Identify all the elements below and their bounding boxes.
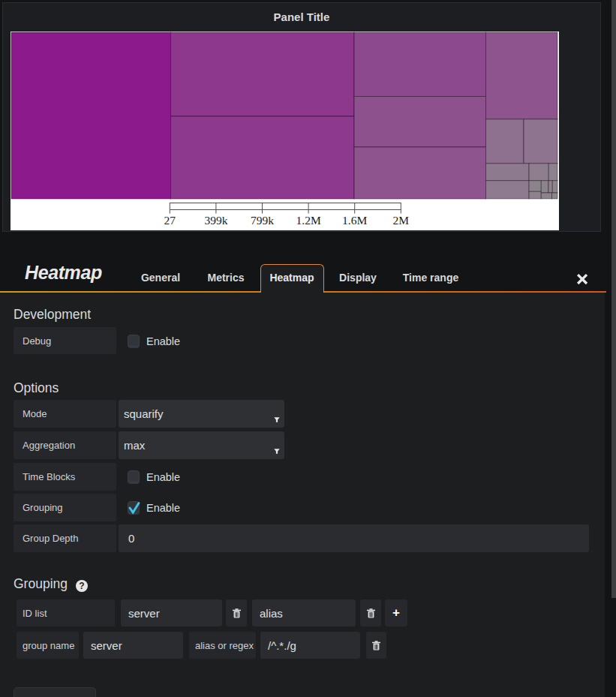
- svg-text:799k: 799k: [251, 214, 274, 227]
- svg-text:2M: 2M: [393, 214, 410, 227]
- svg-text:27: 27: [164, 214, 176, 227]
- svg-text:1.6M: 1.6M: [342, 214, 367, 227]
- svg-text:1.2M: 1.2M: [296, 214, 321, 227]
- svg-text:399k: 399k: [204, 214, 227, 227]
